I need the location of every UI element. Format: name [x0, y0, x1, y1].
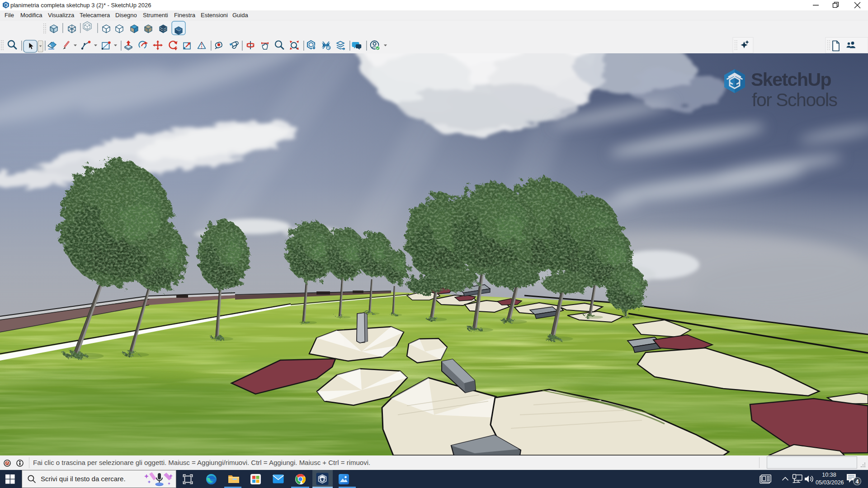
svg-text:for Schools: for Schools	[752, 89, 838, 110]
svg-text:SketchUp: SketchUp	[751, 69, 831, 90]
svg-text:4: 4	[856, 479, 859, 485]
